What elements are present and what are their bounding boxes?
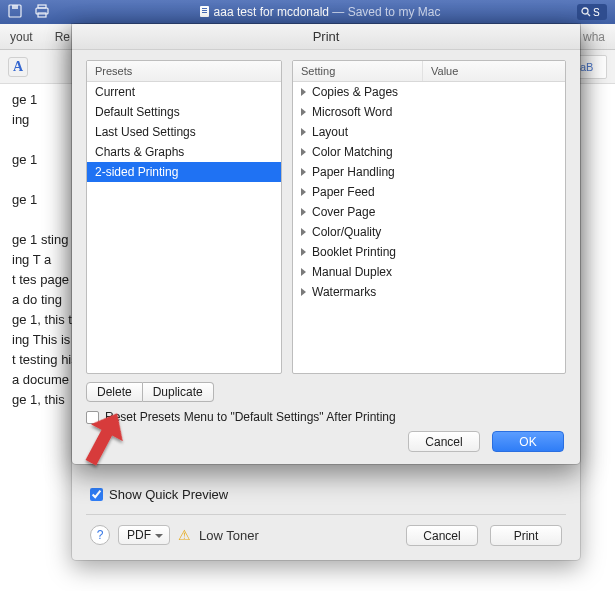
svg-rect-7 [202,10,207,11]
disclosure-triangle-icon [301,148,306,156]
presets-cancel-button[interactable]: Cancel [408,431,480,452]
setting-item[interactable]: Paper Feed [293,182,565,202]
disclosure-triangle-icon [301,168,306,176]
setting-item[interactable]: Layout [293,122,565,142]
disclosure-triangle-icon [301,208,306,216]
reset-presets-checkbox[interactable] [86,411,99,424]
presets-column-header: Presets [87,61,140,81]
svg-point-9 [582,8,588,14]
preset-item[interactable]: Last Used Settings [87,122,281,142]
print-sheet-cancel-button[interactable]: Cancel [406,525,478,546]
duplicate-preset-button[interactable]: Duplicate [143,382,214,402]
setting-item[interactable]: Watermarks [293,282,565,302]
disclosure-triangle-icon [301,288,306,296]
show-quick-preview-label: Show Quick Preview [109,487,228,502]
presets-list[interactable]: CurrentDefault SettingsLast Used Setting… [87,82,281,182]
value-column-header: Value [423,61,466,81]
save-icon[interactable] [8,4,22,21]
setting-item[interactable]: Microsoft Word [293,102,565,122]
preset-item[interactable]: Default Settings [87,102,281,122]
disclosure-triangle-icon [301,128,306,136]
svg-line-10 [588,14,591,17]
setting-item[interactable]: Booklet Printing [293,242,565,262]
warning-icon: ⚠ [178,527,191,543]
settings-list[interactable]: Copies & PagesMicrosoft WordLayoutColor … [293,82,565,302]
font-style-icon[interactable]: A [8,57,28,77]
disclosure-triangle-icon [301,228,306,236]
setting-item[interactable]: Color Matching [293,142,565,162]
help-icon[interactable]: ? [90,525,110,545]
svg-rect-8 [202,12,207,13]
setting-item[interactable]: Copies & Pages [293,82,565,102]
show-quick-preview-checkbox[interactable] [90,488,103,501]
doc-name: aaa test for mcdonald [214,5,329,19]
preset-item[interactable]: 2-sided Printing [87,162,281,182]
print-icon[interactable] [34,4,50,21]
titlebar-search[interactable]: S [577,4,607,20]
pdf-dropdown[interactable]: PDF [118,525,170,545]
preset-item[interactable]: Charts & Graphs [87,142,281,162]
setting-item[interactable]: Paper Handling [293,162,565,182]
settings-pane: Setting Value Copies & PagesMicrosoft Wo… [292,60,566,374]
disclosure-triangle-icon [301,188,306,196]
tab-layout[interactable]: yout [10,30,33,44]
setting-item[interactable]: Cover Page [293,202,565,222]
disclosure-triangle-icon [301,108,306,116]
low-toner-label: Low Toner [199,528,259,543]
setting-item[interactable]: Manual Duplex [293,262,565,282]
presets-pane: Presets CurrentDefault SettingsLast Used… [86,60,282,374]
setting-column-header: Setting [293,61,423,81]
tab-references[interactable]: Re [55,30,70,44]
word-titlebar: aaa test for mcdonald — Saved to my Mac … [0,0,615,24]
presets-dialog: Print Presets CurrentDefault SettingsLas… [72,24,580,464]
setting-item[interactable]: Color/Quality [293,222,565,242]
delete-preset-button[interactable]: Delete [86,382,143,402]
disclosure-triangle-icon [301,248,306,256]
disclosure-triangle-icon [301,268,306,276]
doc-status: — Saved to my Mac [332,5,440,19]
reset-presets-label: Reset Presets Menu to "Default Settings"… [105,410,396,424]
svg-rect-1 [12,5,18,9]
document-title: aaa test for mcdonald — Saved to my Mac [62,5,577,19]
svg-rect-3 [38,5,46,8]
presets-ok-button[interactable]: OK [492,431,564,452]
presets-dialog-title: Print [72,24,580,50]
print-sheet-print-button[interactable]: Print [490,525,562,546]
svg-rect-5 [200,6,209,17]
disclosure-triangle-icon [301,88,306,96]
preset-item[interactable]: Current [87,82,281,102]
svg-rect-6 [202,8,207,9]
